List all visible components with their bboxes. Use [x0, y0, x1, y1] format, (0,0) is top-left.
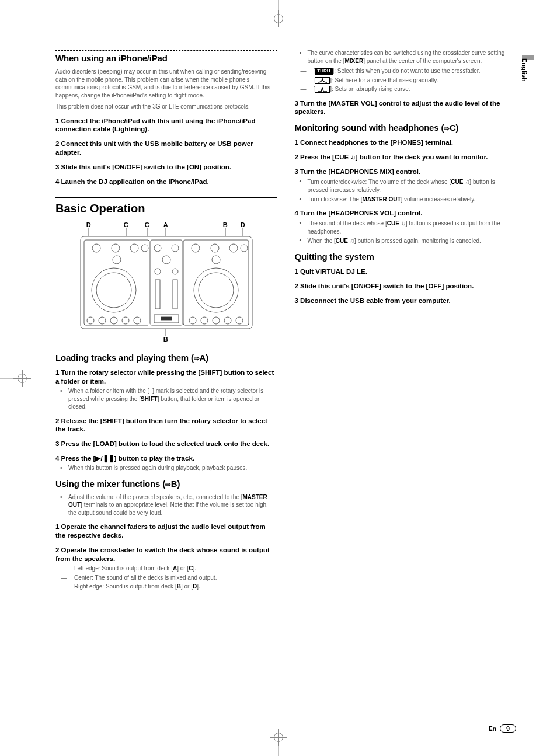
step-3: 3 Disconnect the USB cable from your com… — [295, 297, 517, 305]
bullet-item: The sound of the deck whose [CUE ♫] butt… — [303, 219, 517, 235]
right-column: The curve characteristics can be switche… — [295, 47, 517, 593]
svg-point-33 — [236, 317, 243, 324]
play-pause-icon: ▶/❚❚ — [95, 455, 114, 462]
crop-mark — [274, 14, 283, 23]
heading-text: C) — [450, 123, 458, 133]
heading-text: Using the mixer functions ( — [55, 479, 165, 489]
divider-solid — [55, 197, 277, 198]
step-1: 1 Operate the channel faders to adjust t… — [55, 522, 277, 540]
bullet-item: When a folder or item with the [+] mark … — [64, 387, 277, 411]
crop-mark — [274, 733, 283, 742]
step-4: 4 Turn the [HEADPHONES VOL] control. — [295, 209, 517, 218]
thru-icon: THRU — [315, 68, 332, 75]
headphones-icon: ♫ — [350, 154, 355, 161]
heading-text: Loading tracks and playing them ( — [55, 353, 194, 363]
left-column: When using an iPhone/iPad Audio disorder… — [55, 47, 277, 593]
bullet-item: Turn counterclockwise: The volume of the… — [303, 177, 517, 194]
bullet-item: The curve characteristics can be switche… — [303, 49, 517, 65]
step-4: 4 Press the [▶/❚❚] button to play the tr… — [55, 454, 277, 463]
diagram-label-b: B — [223, 221, 228, 228]
footer-lang: En — [489, 726, 496, 732]
svg-point-30 — [201, 317, 208, 324]
svg-point-15 — [96, 273, 131, 308]
svg-point-27 — [194, 268, 238, 312]
heading-basic-operation: Basic Operation — [55, 202, 277, 215]
headphones-icon: ♫ — [401, 220, 406, 227]
reference-arrow-icon: ⇨ — [194, 354, 200, 363]
step-1: 1 Connect headphones to the [PHONES] ter… — [295, 138, 517, 147]
step-3: 3 Turn the [MASTER VOL] control to adjus… — [295, 99, 517, 117]
svg-point-38 — [155, 269, 161, 274]
reference-arrow-icon: ⇨ — [444, 124, 450, 133]
dash-item: [THRU]: Select this when you do not want… — [311, 67, 517, 75]
heading-monitoring-headphones: Monitoring sound with headphones (⇨C) — [295, 123, 517, 133]
svg-point-9 — [92, 244, 100, 252]
svg-point-32 — [224, 317, 231, 324]
bullet-item: When the [CUE ♫] button is pressed again… — [303, 236, 517, 245]
dash-item: []: Sets an abruptly rising curve. — [311, 85, 517, 93]
heading-text: Monitoring sound with headphones ( — [295, 123, 444, 133]
svg-point-20 — [134, 317, 141, 324]
divider-dashed — [295, 120, 517, 120]
svg-point-24 — [229, 244, 238, 252]
svg-point-31 — [213, 317, 220, 324]
svg-point-14 — [92, 268, 136, 312]
svg-point-25 — [241, 245, 248, 252]
step-2: 2 Press the [CUE ♫] button for the deck … — [295, 153, 517, 162]
crop-mark — [18, 374, 27, 383]
divider-dashed — [295, 249, 517, 249]
bullet-item: Turn clockwise: The [MASTER OUT] volume … — [303, 196, 517, 204]
headphones-icon: ♫ — [350, 237, 354, 244]
diagram-label-c: C — [124, 221, 128, 228]
step-2: 2 Release the [SHIFT] button then turn t… — [55, 417, 277, 434]
svg-point-29 — [189, 317, 196, 324]
divider-dashed — [55, 476, 277, 476]
paragraph: This problem does not occur with the 3G … — [55, 103, 277, 111]
controller-svg — [76, 221, 257, 344]
controller-diagram: D C C A B D B — [76, 221, 257, 344]
svg-point-19 — [122, 317, 129, 324]
reference-arrow-icon: ⇨ — [165, 480, 171, 489]
svg-rect-8 — [84, 240, 149, 325]
step-1: 1 Quit VIRTUAL DJ LE. — [295, 267, 517, 276]
step-2: 2 Operate the crossfader to switch the d… — [55, 546, 277, 563]
language-tab: English — [521, 58, 528, 82]
step-2: 2 Slide this unit's [ON/OFF] switch to t… — [295, 282, 517, 291]
dash-item: Right edge: Sound is output from deck [B… — [72, 583, 277, 591]
page-footer: En 9 — [489, 724, 516, 733]
svg-point-18 — [110, 317, 117, 324]
svg-point-11 — [130, 244, 138, 252]
svg-point-16 — [87, 317, 94, 324]
svg-point-36 — [172, 245, 179, 252]
svg-point-22 — [192, 244, 200, 252]
svg-point-12 — [141, 245, 148, 252]
svg-point-23 — [211, 244, 219, 252]
step-3: 3 Turn the [HEADPHONES MIX] control. — [295, 168, 517, 176]
svg-point-37 — [162, 256, 170, 264]
diagram-label-c: C — [145, 221, 149, 228]
heading-iphone-ipad: When using an iPhone/iPad — [55, 53, 277, 63]
gradual-curve-icon — [315, 77, 330, 84]
svg-point-28 — [199, 273, 234, 308]
step-3: 3 Press the [LOAD] button to load the se… — [55, 440, 277, 448]
bullet-item: When this button is pressed again during… — [64, 464, 277, 472]
dash-item: []: Set here for a curve that rises grad… — [311, 76, 517, 85]
heading-mixer-functions: Using the mixer functions (⇨B) — [55, 479, 277, 489]
svg-point-35 — [154, 245, 161, 252]
page-number: 9 — [500, 724, 516, 733]
dash-item: Left edge: Sound is output from deck [A]… — [72, 565, 277, 573]
svg-rect-40 — [155, 280, 160, 309]
diagram-label-a: A — [163, 221, 168, 228]
divider-dashed — [55, 350, 277, 350]
heading-loading-tracks: Loading tracks and playing them (⇨A) — [55, 353, 277, 363]
diagram-label-d: D — [86, 221, 91, 228]
bullet-item: Adjust the volume of the powered speaker… — [64, 493, 277, 517]
svg-rect-41 — [173, 280, 177, 309]
step-1: 1 Turn the rotary selector while pressin… — [55, 368, 277, 386]
svg-rect-43 — [161, 317, 172, 320]
heading-quitting: Quitting the system — [295, 252, 517, 262]
svg-point-10 — [112, 244, 120, 252]
paragraph: Audio disorders (beeping) may occur in t… — [55, 68, 277, 99]
step-2: 2 Connect this unit with the USB mobile … — [55, 140, 277, 157]
dash-item: Center: The sound of all the decks is mi… — [72, 574, 277, 582]
